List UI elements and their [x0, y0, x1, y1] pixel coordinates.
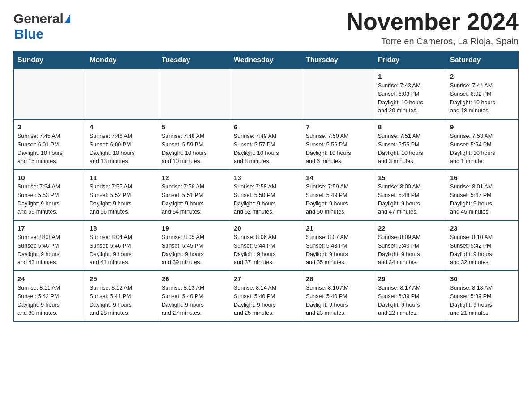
day-info: Sunrise: 7:59 AM Sunset: 5:49 PM Dayligh… — [306, 183, 370, 216]
calendar-day: 25Sunrise: 8:12 AM Sunset: 5:41 PM Dayli… — [86, 271, 158, 321]
location-text: Torre en Cameros, La Rioja, Spain — [347, 36, 519, 47]
calendar-day: 11Sunrise: 7:55 AM Sunset: 5:52 PM Dayli… — [86, 170, 158, 220]
calendar-day — [230, 69, 302, 120]
day-info: Sunrise: 8:00 AM Sunset: 5:48 PM Dayligh… — [378, 183, 442, 216]
calendar-day: 7Sunrise: 7:50 AM Sunset: 5:56 PM Daylig… — [302, 119, 374, 170]
calendar-day: 18Sunrise: 8:04 AM Sunset: 5:46 PM Dayli… — [86, 220, 158, 271]
calendar-day — [86, 69, 158, 120]
day-number: 3 — [17, 123, 82, 131]
calendar-day: 19Sunrise: 8:05 AM Sunset: 5:45 PM Dayli… — [158, 220, 230, 271]
day-info: Sunrise: 7:48 AM Sunset: 5:59 PM Dayligh… — [162, 132, 226, 166]
calendar-day: 4Sunrise: 7:46 AM Sunset: 6:00 PM Daylig… — [86, 119, 158, 170]
day-info: Sunrise: 7:46 AM Sunset: 6:00 PM Dayligh… — [90, 132, 154, 166]
calendar-header: SundayMondayTuesdayWednesdayThursdayFrid… — [14, 51, 519, 69]
weekday-header-saturday: Saturday — [446, 51, 519, 69]
day-number: 18 — [90, 224, 154, 232]
day-number: 28 — [306, 275, 370, 283]
day-number: 13 — [234, 174, 298, 181]
logo-arrow-icon — [65, 14, 70, 23]
calendar-week-5: 24Sunrise: 8:11 AM Sunset: 5:42 PM Dayli… — [14, 271, 519, 321]
weekday-header-monday: Monday — [86, 51, 158, 69]
day-number: 9 — [450, 123, 515, 131]
day-info: Sunrise: 8:01 AM Sunset: 5:47 PM Dayligh… — [450, 183, 515, 216]
day-info: Sunrise: 8:07 AM Sunset: 5:43 PM Dayligh… — [306, 233, 370, 267]
day-number: 20 — [234, 224, 298, 232]
day-info: Sunrise: 7:53 AM Sunset: 5:54 PM Dayligh… — [450, 132, 515, 166]
day-info: Sunrise: 8:13 AM Sunset: 5:40 PM Dayligh… — [162, 284, 226, 317]
day-number: 1 — [378, 73, 442, 80]
day-info: Sunrise: 8:17 AM Sunset: 5:39 PM Dayligh… — [378, 284, 442, 317]
day-number: 12 — [162, 174, 226, 181]
weekday-header-thursday: Thursday — [302, 51, 374, 69]
calendar-day: 8Sunrise: 7:51 AM Sunset: 5:55 PM Daylig… — [374, 119, 446, 170]
day-number: 6 — [234, 123, 298, 131]
day-info: Sunrise: 7:49 AM Sunset: 5:57 PM Dayligh… — [234, 132, 298, 166]
calendar-day: 26Sunrise: 8:13 AM Sunset: 5:40 PM Dayli… — [158, 271, 230, 321]
calendar-day: 1Sunrise: 7:43 AM Sunset: 6:03 PM Daylig… — [374, 69, 446, 120]
weekday-header-row: SundayMondayTuesdayWednesdayThursdayFrid… — [14, 51, 519, 69]
day-info: Sunrise: 8:10 AM Sunset: 5:42 PM Dayligh… — [450, 233, 515, 267]
weekday-header-friday: Friday — [374, 51, 446, 69]
title-section: November 2024 Torre en Cameros, La Rioja… — [347, 9, 519, 47]
calendar-day: 9Sunrise: 7:53 AM Sunset: 5:54 PM Daylig… — [446, 119, 519, 170]
logo: General Blue — [13, 9, 70, 42]
calendar-day: 10Sunrise: 7:54 AM Sunset: 5:53 PM Dayli… — [14, 170, 86, 220]
calendar-week-3: 10Sunrise: 7:54 AM Sunset: 5:53 PM Dayli… — [14, 170, 519, 220]
calendar-day: 20Sunrise: 8:06 AM Sunset: 5:44 PM Dayli… — [230, 220, 302, 271]
day-info: Sunrise: 7:51 AM Sunset: 5:55 PM Dayligh… — [378, 132, 442, 166]
day-number: 24 — [17, 275, 82, 283]
calendar-day: 5Sunrise: 7:48 AM Sunset: 5:59 PM Daylig… — [158, 119, 230, 170]
day-number: 10 — [17, 174, 82, 181]
day-number: 15 — [378, 174, 442, 181]
day-info: Sunrise: 7:43 AM Sunset: 6:03 PM Dayligh… — [378, 81, 442, 115]
day-number: 8 — [378, 123, 442, 131]
calendar-day: 24Sunrise: 8:11 AM Sunset: 5:42 PM Dayli… — [14, 271, 86, 321]
day-info: Sunrise: 8:11 AM Sunset: 5:42 PM Dayligh… — [17, 284, 82, 317]
calendar-day — [302, 69, 374, 120]
day-info: Sunrise: 7:44 AM Sunset: 6:02 PM Dayligh… — [450, 81, 515, 115]
weekday-header-sunday: Sunday — [14, 51, 86, 69]
calendar-day — [158, 69, 230, 120]
day-number: 21 — [306, 224, 370, 232]
day-info: Sunrise: 7:58 AM Sunset: 5:50 PM Dayligh… — [234, 183, 298, 216]
calendar-day: 16Sunrise: 8:01 AM Sunset: 5:47 PM Dayli… — [446, 170, 519, 220]
day-number: 25 — [90, 275, 154, 283]
day-number: 4 — [90, 123, 154, 131]
day-number: 14 — [306, 174, 370, 181]
calendar-day — [14, 69, 86, 120]
calendar-day: 2Sunrise: 7:44 AM Sunset: 6:02 PM Daylig… — [446, 69, 519, 120]
day-info: Sunrise: 8:14 AM Sunset: 5:40 PM Dayligh… — [234, 284, 298, 317]
calendar-day: 12Sunrise: 7:56 AM Sunset: 5:51 PM Dayli… — [158, 170, 230, 220]
day-info: Sunrise: 8:04 AM Sunset: 5:46 PM Dayligh… — [90, 233, 154, 267]
calendar-day: 6Sunrise: 7:49 AM Sunset: 5:57 PM Daylig… — [230, 119, 302, 170]
calendar-day: 29Sunrise: 8:17 AM Sunset: 5:39 PM Dayli… — [374, 271, 446, 321]
day-info: Sunrise: 7:45 AM Sunset: 6:01 PM Dayligh… — [17, 132, 82, 166]
day-number: 27 — [234, 275, 298, 283]
calendar-week-4: 17Sunrise: 8:03 AM Sunset: 5:46 PM Dayli… — [14, 220, 519, 271]
day-number: 29 — [378, 275, 442, 283]
day-info: Sunrise: 8:05 AM Sunset: 5:45 PM Dayligh… — [162, 233, 226, 267]
day-number: 22 — [378, 224, 442, 232]
day-number: 5 — [162, 123, 226, 131]
day-number: 26 — [162, 275, 226, 283]
calendar-day: 23Sunrise: 8:10 AM Sunset: 5:42 PM Dayli… — [446, 220, 519, 271]
weekday-header-tuesday: Tuesday — [158, 51, 230, 69]
calendar-day: 21Sunrise: 8:07 AM Sunset: 5:43 PM Dayli… — [302, 220, 374, 271]
calendar-day: 13Sunrise: 7:58 AM Sunset: 5:50 PM Dayli… — [230, 170, 302, 220]
calendar-day: 17Sunrise: 8:03 AM Sunset: 5:46 PM Dayli… — [14, 220, 86, 271]
day-info: Sunrise: 7:56 AM Sunset: 5:51 PM Dayligh… — [162, 183, 226, 216]
day-number: 7 — [306, 123, 370, 131]
day-info: Sunrise: 8:18 AM Sunset: 5:39 PM Dayligh… — [450, 284, 515, 317]
weekday-header-wednesday: Wednesday — [230, 51, 302, 69]
day-info: Sunrise: 7:50 AM Sunset: 5:56 PM Dayligh… — [306, 132, 370, 166]
calendar-body: 1Sunrise: 7:43 AM Sunset: 6:03 PM Daylig… — [14, 69, 519, 322]
day-info: Sunrise: 8:03 AM Sunset: 5:46 PM Dayligh… — [17, 233, 82, 267]
day-number: 11 — [90, 174, 154, 181]
day-number: 19 — [162, 224, 226, 232]
day-number: 2 — [450, 73, 515, 80]
calendar-day: 14Sunrise: 7:59 AM Sunset: 5:49 PM Dayli… — [302, 170, 374, 220]
calendar-day: 22Sunrise: 8:09 AM Sunset: 5:43 PM Dayli… — [374, 220, 446, 271]
logo-general-text: General — [13, 11, 64, 26]
calendar-day: 3Sunrise: 7:45 AM Sunset: 6:01 PM Daylig… — [14, 119, 86, 170]
day-info: Sunrise: 8:06 AM Sunset: 5:44 PM Dayligh… — [234, 233, 298, 267]
